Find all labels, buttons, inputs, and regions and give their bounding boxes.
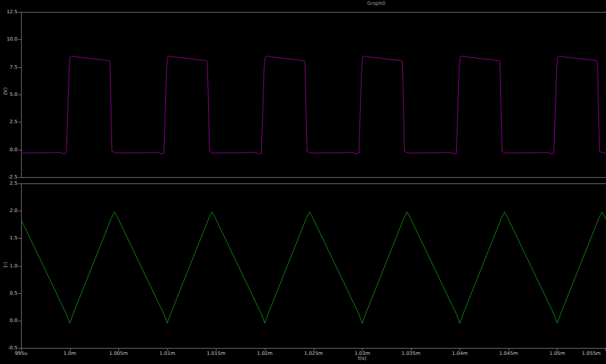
x-tick-label: 1.025m: [298, 351, 329, 356]
y-tick-mark: [18, 266, 21, 267]
x-tick-label: 1.055m: [576, 351, 606, 356]
y-tick-label: 2.0: [0, 208, 18, 214]
y-tick-label: 12.5: [0, 9, 18, 15]
y-tick-label: 0.5: [0, 290, 18, 296]
x-tick-label: 1.05m: [542, 351, 572, 356]
y-tick-mark: [18, 122, 21, 122]
y-tick-mark: [18, 321, 21, 321]
x-tick-label: 1.005m: [103, 351, 134, 356]
waveform-viewer-window: Graph0 (V) (-) 12.510.07.55.02.50.0-2.52…: [0, 0, 606, 364]
x-axis-unit-label: t(s): [352, 356, 373, 361]
y-tick-mark: [18, 150, 21, 150]
y-tick-label: 2.5: [0, 119, 18, 125]
y-tick-label: 0.0: [0, 318, 18, 323]
x-tick-label: 1.045m: [493, 351, 524, 356]
y-tick-mark: [18, 39, 21, 40]
y-tick-label: 1.0: [0, 263, 18, 269]
graph-title: Graph0: [361, 1, 392, 6]
square-wave-trace[interactable]: [21, 12, 606, 177]
triangle-wave-trace[interactable]: [21, 183, 606, 348]
y-tick-label: 10.0: [0, 36, 18, 42]
y-tick-label: 7.5: [0, 64, 18, 70]
y-tick-mark: [18, 211, 21, 211]
y-tick-label: 5.0: [0, 92, 18, 97]
x-tick-label: 1.0m: [55, 351, 85, 356]
triangle-wave-polyline[interactable]: [21, 212, 606, 323]
x-tick-label: 1.035m: [396, 351, 427, 356]
y-tick-label: 2.5: [0, 181, 18, 186]
x-tick-label: 1.015m: [200, 351, 231, 356]
y-tick-mark: [18, 12, 21, 13]
y-tick-mark: [18, 183, 21, 184]
y-tick-label: -2.5: [0, 174, 18, 180]
y-tick-label: 1.5: [0, 235, 18, 241]
x-tick-label: 995u: [6, 351, 36, 356]
x-tick-label: 1.04m: [444, 351, 475, 356]
y-tick-mark: [18, 67, 21, 68]
y-tick-label: -0.5: [0, 345, 18, 351]
y-tick-mark: [18, 238, 21, 239]
square-wave-polyline[interactable]: [21, 56, 606, 154]
y-tick-mark: [18, 94, 21, 95]
y-tick-label: 0.0: [0, 147, 18, 153]
y-tick-mark: [18, 177, 21, 178]
x-tick-label: 1.01m: [152, 351, 183, 356]
x-tick-label: 1.02m: [249, 351, 280, 356]
y-tick-mark: [18, 293, 21, 294]
